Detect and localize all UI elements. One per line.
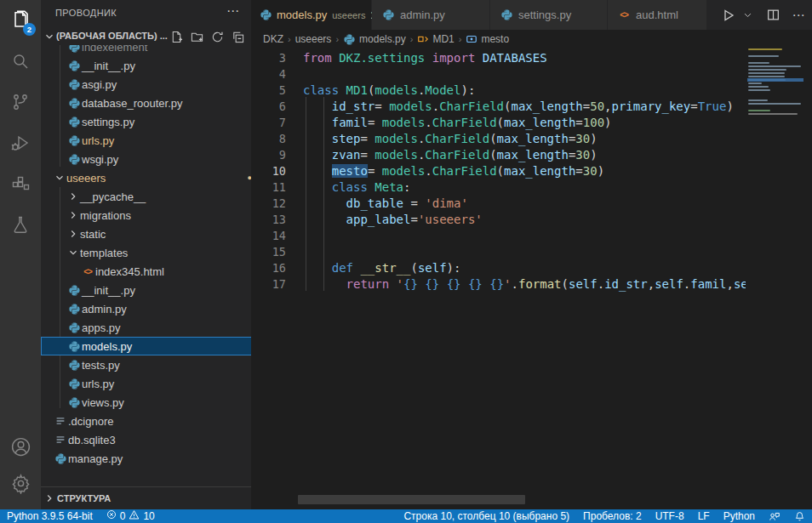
py-file-icon — [66, 45, 82, 54]
breadcrumb-item-DKZ[interactable]: DKZ — [263, 33, 283, 45]
breadcrumb-label: models.py — [359, 33, 406, 45]
line-number: 15 — [251, 244, 286, 260]
tree-file-.dcignore[interactable]: .dcignore — [41, 412, 251, 430]
language-mode[interactable]: Python — [717, 509, 762, 523]
py-file-icon — [66, 321, 82, 334]
explorer-more-actions-icon[interactable]: ⋯ — [226, 3, 239, 19]
tree-file-db.sqlite3[interactable]: db.sqlite3 — [41, 430, 251, 449]
run-debug-activity-icon[interactable] — [0, 122, 41, 163]
horizontal-scrollbar[interactable] — [298, 495, 525, 504]
tab-label: models.py — [277, 9, 327, 21]
collapse-all-icon[interactable] — [231, 30, 244, 43]
notifications-bell-icon[interactable] — [787, 509, 812, 523]
minimap-line — [748, 48, 782, 50]
eol-setting[interactable]: LF — [691, 509, 717, 523]
feedback-icon[interactable] — [762, 509, 787, 523]
line-number: 16 — [251, 260, 286, 276]
chevron-right-icon — [43, 492, 55, 508]
problems-status[interactable]: 0 10 — [100, 509, 162, 523]
refresh-icon[interactable] — [210, 30, 224, 43]
workspace-actions — [169, 30, 244, 43]
code-line-text: famil= models.CharField(max_length=100) — [303, 115, 746, 131]
tree-file-__init__.py[interactable]: __init__.py — [41, 281, 251, 299]
tree-file-models.py[interactable]: models.py1 — [41, 337, 251, 355]
settings-icon[interactable] — [0, 463, 41, 503]
activity-bar: 2 — [0, 0, 41, 509]
split-editor-icon[interactable] — [764, 7, 781, 24]
python-interpreter[interactable]: Python 3.9.5 64-bit — [0, 509, 100, 523]
tree-file-index345.html[interactable]: <>index345.html — [41, 262, 251, 281]
tree-folder-useeers[interactable]: useeers● — [41, 168, 251, 187]
tree-file-__init__.py[interactable]: __init__.py — [41, 56, 251, 75]
py-file-icon — [66, 358, 82, 372]
py-file-icon — [499, 9, 514, 21]
tree-file-indexelement[interactable]: indexelement — [41, 45, 251, 56]
code-line-13: 13 app_label='useeers' — [251, 212, 812, 228]
tab-admin.py[interactable]: admin.py — [372, 0, 490, 30]
breadcrumb-item-useeers[interactable]: useeers — [295, 33, 332, 45]
indentation-setting[interactable]: Пробелов: 2 — [576, 509, 649, 523]
accounts-icon[interactable] — [0, 426, 41, 467]
tree-file-urls.py[interactable]: urls.py — [41, 374, 251, 393]
search-activity-icon[interactable] — [0, 41, 41, 82]
tree-folder-static[interactable]: static — [41, 225, 251, 243]
run-dropdown-icon[interactable] — [739, 7, 756, 24]
tree-file-apps.py[interactable]: apps.py — [41, 318, 251, 337]
py-file-icon — [66, 377, 82, 390]
more-actions-icon[interactable]: ⋯ — [790, 7, 807, 24]
cursor-position[interactable]: Строка 10, столбец 10 (выбрано 5) — [397, 509, 576, 523]
tree-file-settings.py[interactable]: settings.py — [41, 112, 251, 131]
minimap-line — [748, 55, 779, 57]
line-number: 3 — [251, 50, 286, 66]
py-file-icon — [66, 77, 82, 91]
line-number: 9 — [251, 147, 286, 163]
minimap-line — [748, 99, 768, 101]
tree-item-label: settings.py — [82, 116, 134, 128]
new-file-icon[interactable] — [169, 30, 183, 43]
extensions-activity-icon[interactable] — [0, 163, 41, 204]
minimap[interactable] — [747, 48, 803, 219]
py-file-icon — [66, 152, 82, 166]
tree-item-label: __init__.py — [82, 60, 135, 72]
tab-settings.py[interactable]: settings.py — [490, 0, 608, 30]
workspace-section-header[interactable]: (РАБОЧАЯ ОБЛАСТЬ) ... — [41, 28, 251, 45]
code-line-text: def __str__(self): — [303, 260, 746, 276]
tree-file-urls.py[interactable]: urls.py7 — [41, 131, 251, 150]
tree-file-asgi.py[interactable]: asgi.py — [41, 75, 251, 94]
line-number: 6 — [251, 99, 286, 115]
tab-folder-hint: useeers — [332, 10, 365, 20]
code-line-text: return '{} {} {} {} {}'.format(self.id_s… — [303, 276, 746, 293]
source-control-activity-icon[interactable] — [0, 82, 41, 122]
breadcrumb-item-mesto[interactable]: mesto — [466, 33, 509, 45]
encoding-setting[interactable]: UTF-8 — [649, 509, 691, 523]
new-folder-icon[interactable] — [190, 30, 203, 43]
error-icon — [106, 509, 117, 523]
tab-aud.html[interactable]: <>aud.html — [608, 0, 707, 30]
testing-activity-icon[interactable] — [0, 204, 41, 245]
tree-folder-templates[interactable]: templates — [41, 243, 251, 262]
tree-file-manage.py[interactable]: manage.py — [41, 449, 251, 468]
tree-file-admin.py[interactable]: admin.py — [41, 299, 251, 318]
breadcrumb-item-MD1[interactable]: MD1 — [417, 33, 454, 45]
code-line-text: db_table = 'dima' — [303, 196, 746, 212]
tab-models.py[interactable]: models.pyuseeers1× — [251, 0, 372, 30]
tab-label: settings.py — [518, 9, 571, 21]
tree-file-wsgi.py[interactable]: wsgi.py — [41, 150, 251, 168]
code-editor[interactable]: 3from DKZ.settings import DATABASES45cla… — [251, 48, 812, 509]
py-file-icon — [66, 395, 82, 409]
breadcrumb-separator: › — [335, 34, 339, 44]
line-number: 4 — [251, 66, 286, 82]
tree-file-tests.py[interactable]: tests.py — [41, 355, 251, 374]
minimap-line — [748, 86, 769, 88]
run-button[interactable] — [720, 7, 737, 24]
tree-file-views.py[interactable]: views.py — [41, 393, 251, 412]
code-line-5: 5class MD1(models.Model): — [251, 82, 812, 99]
chevron-right-icon — [66, 190, 80, 203]
code-line-11: 11 class Meta: — [251, 179, 812, 196]
tree-file-database_roouter.py[interactable]: database_roouter.py — [41, 94, 251, 112]
breadcrumb-item-models.py[interactable]: models.py — [343, 33, 406, 46]
tree-folder-__pycache__[interactable]: __pycache__ — [41, 187, 251, 206]
tree-folder-migrations[interactable]: migrations — [41, 206, 251, 225]
explorer-activity-icon[interactable]: 2 — [0, 0, 41, 41]
outline-section[interactable]: СТРУКТУРА — [41, 486, 251, 509]
